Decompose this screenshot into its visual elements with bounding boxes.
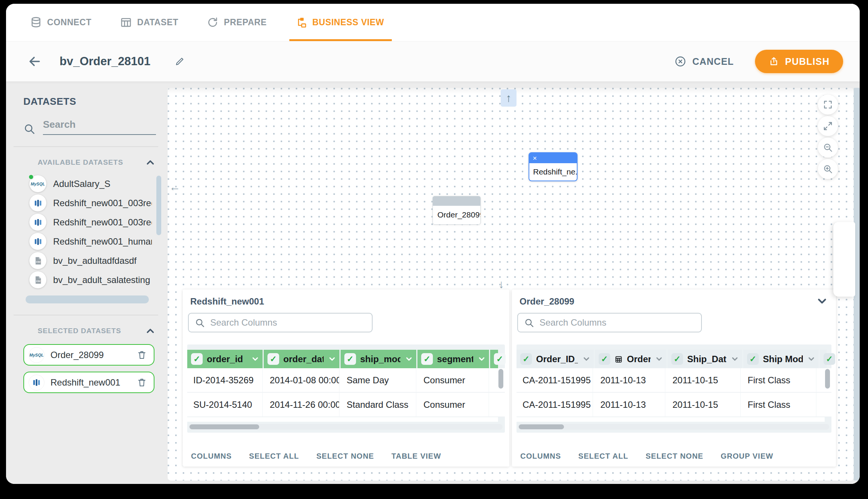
dataset-panel-redshift-new001: Redshift_new001 ✓ order_id ✓ o bbox=[183, 289, 509, 467]
table-header-row: ✓ order_id ✓ order_date ✓ ship_mode bbox=[187, 350, 505, 368]
columns-button[interactable]: COLUMNS bbox=[191, 452, 232, 461]
node-close-icon[interactable]: × bbox=[533, 155, 537, 162]
select-none-button[interactable]: SELECT NONE bbox=[316, 452, 374, 461]
column-header-partial[interactable]: ✓ bbox=[820, 350, 827, 368]
back-arrow-icon[interactable] bbox=[28, 55, 41, 68]
list-item-dataset[interactable]: Redshift_new001_003redsh... bbox=[29, 213, 164, 232]
redshift-icon bbox=[29, 375, 44, 390]
csv-file-icon: csv bbox=[29, 271, 46, 288]
column-header-ship-mode[interactable]: ✓ ship_mode bbox=[341, 350, 416, 368]
zoom-out-icon bbox=[823, 142, 833, 153]
svg-text:csv: csv bbox=[36, 260, 40, 263]
selected-dataset-redshift-new001[interactable]: Redshift_new001 bbox=[23, 372, 154, 393]
chevron-down-icon[interactable] bbox=[655, 355, 663, 363]
checkbox-checked[interactable]: ✓ bbox=[344, 353, 356, 365]
chevron-down-icon[interactable] bbox=[477, 355, 486, 363]
chevron-down-icon[interactable] bbox=[251, 355, 260, 363]
column-header-order-id[interactable]: ✓ order_id bbox=[187, 350, 263, 368]
list-item-dataset[interactable]: Redshift_new001_humans bbox=[29, 232, 164, 251]
chevron-down-icon bbox=[816, 295, 828, 308]
scrollbar-thumb[interactable] bbox=[519, 424, 564, 429]
edit-pencil-icon[interactable] bbox=[174, 56, 185, 67]
chevron-up-icon[interactable] bbox=[145, 157, 156, 168]
checkbox-checked[interactable]: ✓ bbox=[191, 353, 203, 365]
partial-row bbox=[517, 417, 825, 422]
scrollbar-thumb[interactable] bbox=[189, 424, 259, 429]
publish-button[interactable]: PUBLISH bbox=[755, 50, 843, 73]
business-view-canvas[interactable]: ↑ ← ↓ × Redshift_ne... Order_28099 bbox=[168, 88, 854, 481]
collapse-panel-button[interactable] bbox=[816, 295, 828, 309]
canvas-node-redshift[interactable]: × Redshift_ne... bbox=[529, 152, 578, 181]
tab-prepare[interactable]: PREPARE bbox=[207, 4, 267, 41]
chevron-down-icon[interactable] bbox=[405, 355, 413, 363]
columns-button[interactable]: COLUMNS bbox=[520, 452, 561, 461]
checkbox-checked[interactable]: ✓ bbox=[421, 353, 433, 365]
select-none-button[interactable]: SELECT NONE bbox=[646, 452, 703, 461]
table-vertical-scrollbar[interactable] bbox=[498, 369, 503, 389]
table-row: CA-2011-151995 2011-10-13 2011-10-15 Fir… bbox=[517, 368, 831, 393]
list-item-dataset[interactable]: csv bv_bv_adult_salatesting bbox=[29, 270, 164, 289]
column-header-order-date[interactable]: ✓ Order ... bbox=[595, 350, 666, 368]
column-header-ship-mode[interactable]: ✓ Ship Mode bbox=[743, 350, 819, 368]
trash-icon[interactable] bbox=[137, 350, 147, 360]
cancel-label: CANCEL bbox=[692, 56, 734, 67]
cell: 2011-10-15 bbox=[666, 393, 741, 416]
checkbox-checked[interactable]: ✓ bbox=[599, 353, 610, 365]
canvas-node-order-28099[interactable]: Order_28099 bbox=[432, 196, 481, 225]
table-view-button[interactable]: TABLE VIEW bbox=[391, 452, 441, 461]
checkbox-checked[interactable]: ✓ bbox=[520, 353, 532, 365]
fullscreen-button[interactable] bbox=[818, 95, 838, 115]
cell: Consumer bbox=[417, 393, 489, 416]
zoom-in-button[interactable] bbox=[818, 159, 838, 179]
chevron-down-icon[interactable] bbox=[582, 355, 591, 363]
fit-view-button[interactable] bbox=[818, 116, 838, 136]
sidebar-horizontal-scrollbar[interactable] bbox=[26, 295, 149, 303]
chevron-down-icon[interactable] bbox=[328, 355, 336, 363]
column-search-input[interactable] bbox=[210, 317, 366, 328]
table-vertical-scrollbar[interactable] bbox=[825, 369, 830, 389]
cell: 2014-01-08 00:00:0 bbox=[264, 368, 339, 392]
divider bbox=[14, 146, 158, 147]
select-all-button[interactable]: SELECT ALL bbox=[578, 452, 628, 461]
search-icon bbox=[23, 123, 35, 135]
chevron-down-icon[interactable] bbox=[730, 355, 739, 363]
checkbox-checked[interactable]: ✓ bbox=[494, 353, 506, 365]
chevron-down-icon[interactable] bbox=[807, 355, 816, 363]
checkbox-checked[interactable]: ✓ bbox=[824, 353, 835, 365]
available-datasets-header: AVAILABLE DATASETS bbox=[38, 157, 156, 168]
panel-title: Redshift_new001 bbox=[190, 296, 505, 307]
search-icon bbox=[524, 318, 534, 328]
chevron-up-icon[interactable] bbox=[145, 325, 156, 337]
column-header-segment[interactable]: ✓ segment bbox=[417, 350, 489, 368]
checkbox-checked[interactable]: ✓ bbox=[747, 353, 759, 365]
trash-icon[interactable] bbox=[137, 377, 147, 387]
sidebar-vertical-scrollbar[interactable] bbox=[156, 176, 161, 235]
table-horizontal-scrollbar[interactable] bbox=[518, 424, 829, 430]
column-header-ship-date[interactable]: ✓ Ship_Date bbox=[668, 350, 742, 368]
cancel-button[interactable]: CANCEL bbox=[674, 55, 734, 67]
tab-dataset[interactable]: DATASET bbox=[120, 4, 178, 41]
tab-business-view[interactable]: BUSINESS VIEW bbox=[295, 4, 384, 41]
list-item-dataset[interactable]: csv bv_bv_adultadfdasdf bbox=[29, 251, 164, 270]
cell: Consumer bbox=[417, 368, 489, 392]
app-window: CONNECT DATASET PREPARE BUSINESS VIEW bv… bbox=[6, 4, 860, 484]
dataset-search-input[interactable] bbox=[43, 119, 156, 135]
list-item-dataset[interactable]: Redshift_new001_003redsh... bbox=[29, 193, 164, 213]
tutorials-tab[interactable]: Tutorials bbox=[833, 222, 855, 297]
group-view-button[interactable]: GROUP VIEW bbox=[721, 452, 773, 461]
table-horizontal-scrollbar[interactable] bbox=[189, 424, 503, 430]
select-all-button[interactable]: SELECT ALL bbox=[249, 452, 299, 461]
selected-dataset-order-28099[interactable]: MySQL Order_28099 bbox=[23, 344, 154, 366]
column-header-partial[interactable]: ✓ bbox=[490, 350, 498, 368]
checkbox-checked[interactable]: ✓ bbox=[267, 353, 279, 365]
cell: CA-2011-151995 bbox=[517, 393, 593, 416]
zoom-out-button[interactable] bbox=[818, 138, 838, 158]
online-dot bbox=[28, 174, 34, 180]
checkbox-checked[interactable]: ✓ bbox=[671, 353, 683, 365]
column-header-order-date[interactable]: ✓ order_date bbox=[264, 350, 339, 368]
column-header-order-id[interactable]: ✓ Order_ID_... bbox=[517, 350, 594, 368]
tab-connect[interactable]: CONNECT bbox=[30, 4, 92, 41]
column-search-input[interactable] bbox=[539, 317, 695, 328]
database-icon bbox=[30, 17, 42, 28]
list-item-dataset[interactable]: MySQL AdultSalary_S bbox=[29, 174, 164, 193]
